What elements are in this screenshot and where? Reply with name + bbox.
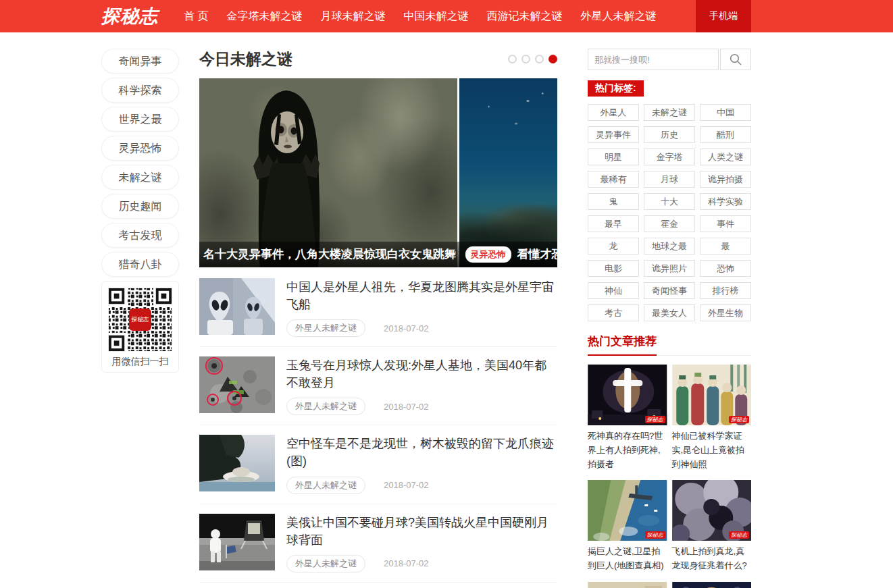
site-logo[interactable]: 探秘志 [101, 4, 158, 28]
tag-item[interactable]: 神仙 [588, 282, 639, 299]
search-input[interactable] [588, 49, 719, 70]
slide2-caption[interactable]: 看懂才恐 [517, 242, 557, 267]
sidebar-item-weijie[interactable]: 未解之谜 [101, 165, 179, 190]
sidebar-item-kexue[interactable]: 科学探索 [101, 78, 179, 103]
tag-item[interactable]: 龙 [588, 238, 639, 255]
tag-item[interactable]: 外星人 [588, 104, 639, 121]
tag-item[interactable]: 人类之谜 [700, 149, 751, 165]
hot-article-caption[interactable]: 死神真的存在吗?世界上有人拍到死神,拍摄者 [588, 429, 667, 471]
tag-item[interactable]: 科学实验 [700, 193, 751, 210]
carousel-dot[interactable] [535, 55, 544, 63]
nav-item-pyramid[interactable]: 金字塔未解之谜 [226, 9, 302, 24]
tag-item[interactable]: 诡异照片 [644, 260, 695, 277]
article-title[interactable]: 玉兔号在月球惊人发现:外星人基地，美国40年都不敢登月 [286, 358, 546, 390]
qr-code-image: 探秘志 [107, 287, 173, 352]
tag-item[interactable]: 诡异拍摄 [700, 171, 751, 188]
sidebar-item-kaogu[interactable]: 考古发现 [101, 223, 179, 248]
tag-item[interactable]: 最早 [588, 215, 639, 232]
tag-item[interactable]: 恐怖 [700, 260, 751, 277]
article-category-tag[interactable]: 外星人未解之谜 [286, 319, 365, 337]
article-row: 空中怪车是不是龙现世，树木被毁的留下龙爪痕迹(图) 外星人未解之谜 2018-0… [199, 425, 557, 504]
watermark: 探秘志 [729, 416, 749, 423]
left-sidebar: 奇闻异事 科学探索 世界之最 灵异恐怖 未解之谜 历史趣闻 考古发现 猎奇八卦 [101, 49, 179, 588]
sidebar-item-lishi[interactable]: 历史趣闻 [101, 194, 179, 219]
hot-article-image-satellite-giant[interactable]: 探秘志 [588, 480, 667, 541]
hot-article-caption[interactable]: 揭巨人之谜,卫星拍到巨人(地图查真相) [588, 545, 667, 573]
carousel-dot[interactable] [508, 55, 517, 63]
carousel-dots [508, 55, 557, 63]
slide-image-underwater[interactable] [459, 78, 557, 267]
hot-article-item: 探秘志 神可能是史前文明？揭秘上帝和佛是史前文明 [672, 582, 752, 588]
hot-article-image-death-cross[interactable]: 探秘志 [588, 365, 667, 425]
article-category-tag[interactable]: 外星人未解之谜 [286, 555, 365, 572]
sidebar-item-lingyi[interactable]: 灵异恐怖 [101, 136, 179, 161]
hot-article-image-buddha[interactable]: 探秘志 [672, 582, 752, 588]
nav-item-moon[interactable]: 月球未解之谜 [320, 9, 385, 24]
carousel-dot[interactable] [521, 55, 530, 63]
tag-item[interactable]: 中国 [700, 104, 751, 121]
main-menu: 首 页 金字塔未解之谜 月球未解之谜 中国未解之谜 西游记未解之谜 外星人未解之… [184, 9, 656, 24]
tag-item[interactable]: 酷刑 [700, 126, 751, 143]
qr-center-logo: 探秘志 [130, 316, 149, 323]
article-thumbnail-astronaut[interactable] [199, 514, 275, 570]
nav-item-home[interactable]: 首 页 [184, 9, 208, 24]
sidebar-item-lieqi[interactable]: 猎奇八卦 [101, 252, 179, 277]
tag-item[interactable]: 历史 [644, 126, 695, 143]
tag-item[interactable]: 灵异事件 [588, 126, 639, 143]
sidebar-item-qiwen[interactable]: 奇闻异事 [101, 49, 179, 74]
hot-article-image-dragon-clouds[interactable]: 探秘志 [672, 480, 752, 541]
hot-articles-grid: 探秘志 死神真的存在吗?世界上有人拍到死神,拍摄者 探秘志 神仙 [588, 365, 751, 588]
tag-item[interactable]: 金字塔 [644, 149, 695, 165]
article-title[interactable]: 中国人是外星人祖先，华夏龙图腾其实是外星宇宙飞船 [286, 280, 554, 311]
tag-item[interactable]: 十大 [644, 193, 695, 210]
tag-item[interactable]: 明星 [588, 149, 639, 165]
tag-item[interactable]: 最 [700, 238, 751, 255]
article-list: 中国人是外星人祖先，华夏龙图腾其实是外星宇宙飞船 外星人未解之谜 2018-07… [199, 277, 557, 588]
tag-item[interactable]: 未解之谜 [644, 104, 695, 121]
mobile-version-button[interactable]: 手机端 [696, 0, 751, 32]
carousel-dot-active[interactable] [548, 55, 557, 63]
top-nav: 探秘志 首 页 金字塔未解之谜 月球未解之谜 中国未解之谜 西游记未解之谜 外星… [0, 0, 893, 32]
hot-articles-title: 热门文章推荐 [588, 333, 657, 356]
qr-caption: 用微信扫一扫 [107, 356, 173, 368]
hot-article-image-immortals[interactable]: 探秘志 [672, 365, 752, 425]
nav-item-alien[interactable]: 外星人未解之谜 [580, 9, 656, 24]
hot-article-image-xuanzang[interactable]: 探秘志 [588, 582, 667, 588]
tag-item[interactable]: 奇闻怪事 [644, 282, 695, 299]
tag-item[interactable]: 鬼 [588, 193, 639, 210]
hot-article-caption[interactable]: 飞机上拍到真龙,真龙现身征兆着什么? [672, 545, 752, 573]
search-bar [588, 49, 751, 70]
slide-caption[interactable]: 名十大灵异事件，八角大楼凌晨惊现白衣女鬼跳舞 [203, 248, 456, 261]
tag-item[interactable]: 电影 [588, 260, 639, 277]
tag-item[interactable]: 排行榜 [700, 282, 751, 299]
nav-item-china[interactable]: 中国未解之谜 [403, 9, 468, 24]
tag-item[interactable]: 最稀有 [588, 171, 639, 188]
article-row: 玉兔号在月球惊人发现:外星人基地，美国40年都不敢登月 外星人未解之谜 2018… [199, 347, 557, 425]
nav-item-journey-west[interactable]: 西游记未解之谜 [486, 9, 562, 24]
article-thumbnail-aliens[interactable] [199, 278, 275, 335]
tag-item[interactable]: 事件 [700, 215, 751, 232]
carousel-caption-bar: 名十大灵异事件，八角大楼凌晨惊现白衣女鬼跳舞 灵异恐怖 看懂才恐 [199, 242, 557, 267]
search-button[interactable] [720, 49, 751, 70]
article-thumbnail-ufo[interactable] [199, 435, 275, 491]
tag-item[interactable]: 考古 [588, 304, 639, 321]
slide-image-ghost-woman[interactable] [199, 78, 457, 267]
article-thumbnail-moon-base[interactable] [199, 356, 275, 413]
right-sidebar: 热门标签: 外星人 未解之谜 中国 灵异事件 历史 酷刑 明星 金字塔 人类之谜… [588, 49, 751, 588]
article-date: 2018-07-02 [384, 402, 429, 412]
tag-item[interactable]: 最美女人 [644, 304, 695, 321]
hot-article-caption[interactable]: 神仙已被科学家证实,昆仑山上竟被拍到神仙照 [672, 429, 752, 471]
article-title[interactable]: 美俄让中国不要碰月球?美国转战火星中国硬刚月球背面 [286, 516, 548, 547]
hot-tags-grid: 外星人 未解之谜 中国 灵异事件 历史 酷刑 明星 金字塔 人类之谜 最稀有 月… [588, 104, 751, 321]
carousel: 名十大灵异事件，八角大楼凌晨惊现白衣女鬼跳舞 灵异恐怖 看懂才恐 [199, 78, 557, 267]
tag-item[interactable]: 月球 [644, 171, 695, 188]
article-category-tag[interactable]: 外星人未解之谜 [286, 477, 365, 494]
sidebar-item-shijie[interactable]: 世界之最 [101, 107, 179, 132]
tag-item[interactable]: 地球之最 [644, 238, 695, 255]
article-title[interactable]: 空中怪车是不是龙现世，树木被毁的留下龙爪痕迹(图) [286, 437, 554, 468]
slide-category-badge[interactable]: 灵异恐怖 [465, 246, 511, 263]
article-category-tag[interactable]: 外星人未解之谜 [286, 398, 365, 415]
tag-item[interactable]: 霍金 [644, 215, 695, 232]
hot-article-item: 探秘志 飞机上拍到真龙,真龙现身征兆着什么? [672, 480, 752, 573]
tag-item[interactable]: 外星生物 [700, 304, 751, 321]
